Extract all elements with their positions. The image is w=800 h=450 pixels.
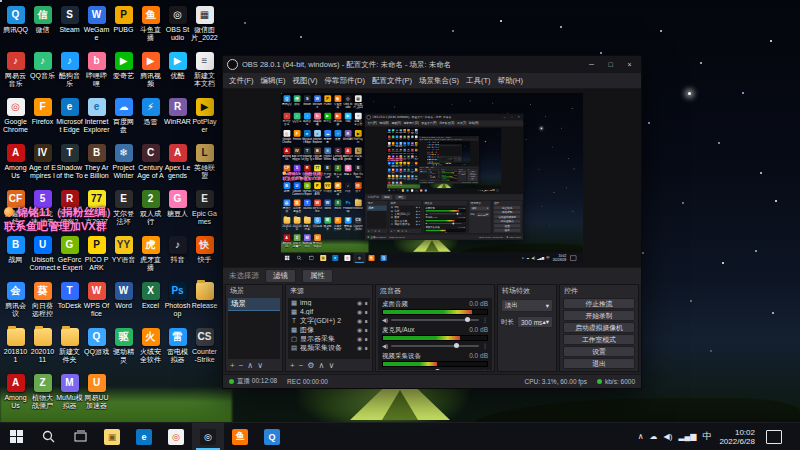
controls-button-5[interactable]: 设置	[563, 346, 635, 357]
scenes-toolbar-button-4[interactable]: ∨	[257, 362, 263, 370]
visibility-icon[interactable]: ◉	[357, 299, 362, 306]
visibility-icon[interactable]: ◉	[357, 335, 362, 342]
desktop-icon-9[interactable]: ♪网易云音乐	[2, 50, 29, 96]
desktop-icon-24[interactable]: ▶PotPlayer	[191, 96, 218, 142]
controls-button-4[interactable]: 工作室模式	[563, 334, 635, 345]
menu-item-8[interactable]: 帮助(H)	[495, 75, 526, 87]
obs-titlebar[interactable]: OBS 28.0.1 (64-bit, windows) - 配置文件: 未命名…	[223, 56, 641, 73]
properties-button[interactable]: 属性	[302, 269, 333, 283]
menu-item-5[interactable]: 配置文件(P)	[369, 75, 415, 87]
desktop-icon-5[interactable]: PPUBG	[110, 4, 137, 50]
desktop-icon-53[interactable]: WWord	[110, 280, 137, 326]
desktop-icon-8[interactable]: ▦微信图片_202206	[191, 4, 218, 50]
desktop-icon-59[interactable]: 新建文件夹	[56, 326, 83, 372]
desktop-icon-11[interactable]: ♪酷狗音乐	[56, 50, 83, 96]
visibility-icon[interactable]: ◉	[357, 317, 362, 324]
desktop-icon-18[interactable]: FFirefox	[29, 96, 56, 142]
controls-button-1[interactable]: 停止推流	[563, 298, 635, 309]
desktop-icon-43[interactable]: GGeForce Experience	[56, 234, 83, 280]
lock-icon[interactable]: ∎	[364, 344, 368, 351]
task-view-button[interactable]	[64, 423, 96, 450]
start-button[interactable]	[0, 423, 32, 450]
speaker-icon[interactable]: ◀)	[382, 369, 388, 371]
desktop-icon-14[interactable]: ▶腾讯视频	[137, 50, 164, 96]
desktop-icon-56[interactable]: Release	[191, 280, 218, 326]
language-indicator[interactable]: 中	[702, 430, 711, 443]
desktop-icon-12[interactable]: b哔哩哔哩	[83, 50, 110, 96]
volume-slider[interactable]	[391, 345, 479, 347]
menu-item-1[interactable]: 文件(F)	[226, 75, 257, 87]
desktop-icon-66[interactable]: Z植物大战僵尸	[29, 372, 56, 418]
scene-item[interactable]: 场景	[228, 298, 280, 310]
tray-expand-icon[interactable]: ∧	[638, 433, 644, 441]
desktop-icon-54[interactable]: XExcel	[137, 280, 164, 326]
desktop-icon-68[interactable]: U网易UU加速器	[83, 372, 110, 418]
desktop-icon-62[interactable]: 火火绒安全软件	[137, 326, 164, 372]
sources-toolbar-button-4[interactable]: ∧	[319, 362, 325, 370]
desktop-icon-47[interactable]: ♪抖音	[164, 234, 191, 280]
desktop-icon-45[interactable]: YYYY语音	[110, 234, 137, 280]
stepper-icon[interactable]: ▴▾	[542, 318, 549, 326]
speaker-icon[interactable]: ◀)	[382, 343, 388, 349]
close-button[interactable]: ×	[622, 61, 637, 68]
maximize-button[interactable]: □	[603, 61, 618, 68]
desktop-icon-49[interactable]: 会腾讯会议	[2, 280, 29, 326]
desktop-icon-17[interactable]: ◎Google Chrome	[2, 96, 29, 142]
visibility-icon[interactable]: ◉	[357, 308, 362, 315]
desktop-icon-58[interactable]: 20201011	[29, 326, 56, 372]
desktop-icon-48[interactable]: 快快手	[191, 234, 218, 280]
desktop-icon-41[interactable]: B战网	[2, 234, 29, 280]
slider-handle[interactable]	[465, 317, 470, 322]
desktop-icon-20[interactable]: eInternet Explorer	[83, 96, 110, 142]
lock-icon[interactable]: ∎	[364, 308, 368, 315]
desktop-icon-16[interactable]: ≡新建文本文档	[191, 50, 218, 96]
network-icon[interactable]: ▂▄▆	[678, 433, 696, 441]
lock-icon[interactable]: ∎	[364, 326, 368, 333]
sources-toolbar-button-1[interactable]: +	[290, 362, 295, 370]
desktop-icon-26[interactable]: IVAge of Empires IV	[29, 142, 56, 188]
track-menu-icon[interactable]: ⋮	[482, 342, 488, 349]
menu-item-4[interactable]: 停靠部件(D)	[322, 75, 368, 87]
desktop-icon-51[interactable]: TToDesk	[56, 280, 83, 326]
action-center-icon[interactable]	[766, 430, 782, 444]
transition-select[interactable]: 淡出 ▾	[501, 299, 553, 312]
desktop-icon-44[interactable]: PPICO PARK	[83, 234, 110, 280]
desktop-icon-3[interactable]: SSteam	[56, 4, 83, 50]
desktop-icon-1[interactable]: Q腾讯QQ	[2, 4, 29, 50]
desktop-icon-55[interactable]: PsPhotoshop	[164, 280, 191, 326]
source-item[interactable]: ▤视频采集设备◉∎	[288, 343, 370, 352]
desktop-icon-40[interactable]: EEpic Games	[191, 188, 218, 234]
desktop-icon-23[interactable]: RWinRAR	[164, 96, 191, 142]
desktop-icon-50[interactable]: 葵向日葵远程控制	[29, 280, 56, 326]
visibility-icon[interactable]: ◉	[357, 344, 362, 351]
desktop-icon-6[interactable]: 鱼斗鱼直播	[137, 4, 164, 50]
controls-button-2[interactable]: 开始录制	[563, 310, 635, 321]
menu-item-6[interactable]: 场景集合(S)	[416, 75, 462, 87]
track-menu-icon[interactable]: ⋮	[482, 368, 488, 370]
desktop-icon-28[interactable]: BThey Are Billions	[83, 142, 110, 188]
slider-handle[interactable]	[454, 343, 459, 348]
taskbar-app-1[interactable]: ▣	[96, 423, 128, 450]
desktop-icon-67[interactable]: MMuMu模拟器	[56, 372, 83, 418]
desktop-icon-52[interactable]: WWPS Office	[83, 280, 110, 326]
duration-spinbox[interactable]: 300 ms ▴▾	[517, 316, 553, 328]
taskbar-app-3[interactable]: ◎	[160, 423, 192, 450]
track-menu-icon[interactable]: ⋮	[482, 316, 488, 323]
lock-icon[interactable]: ∎	[364, 317, 368, 324]
desktop-icon-27[interactable]: TShadow of the Tomb Raider	[56, 142, 83, 188]
search-button[interactable]	[32, 423, 64, 450]
filters-button[interactable]: 滤镜	[265, 269, 296, 283]
volume-slider[interactable]	[391, 319, 479, 321]
desktop-icon-42[interactable]: UUbisoft Connect	[29, 234, 56, 280]
sources-toolbar-button-2[interactable]: −	[299, 362, 304, 370]
scenes-toolbar-button-2[interactable]: −	[239, 362, 244, 370]
desktop-icon-57[interactable]: 2018101	[2, 326, 29, 372]
clock[interactable]: 10:02 2022/6/28	[717, 428, 757, 446]
menu-item-3[interactable]: 视图(V)	[290, 75, 321, 87]
slider-handle[interactable]	[435, 369, 440, 371]
desktop-icon-38[interactable]: 2双人成行	[137, 188, 164, 234]
taskbar-app-4[interactable]: ◎	[192, 423, 224, 450]
taskbar-app-5[interactable]: 鱼	[224, 423, 256, 450]
source-item[interactable]: ▦img◉∎	[288, 298, 370, 307]
desktop-icon-13[interactable]: ▶爱奇艺	[110, 50, 137, 96]
